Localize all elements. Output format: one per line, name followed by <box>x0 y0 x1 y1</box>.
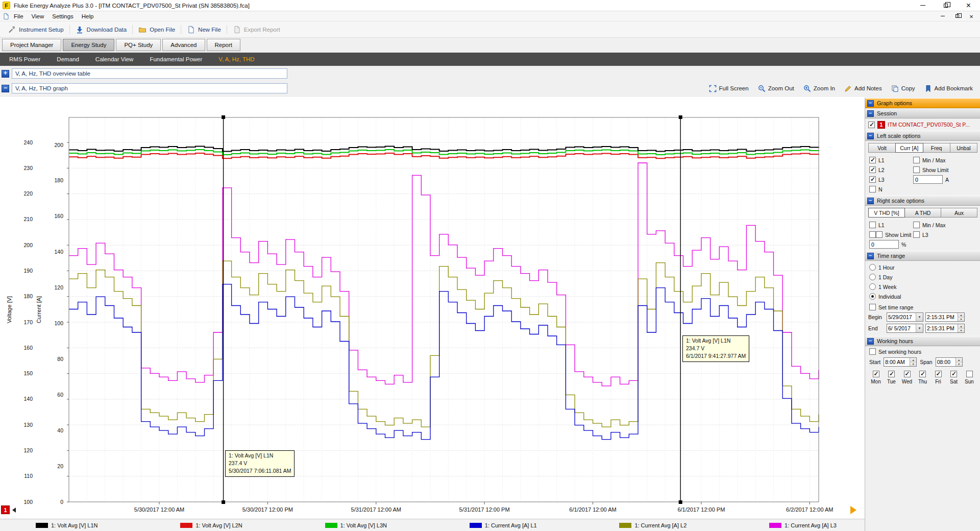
left-l3-checkbox[interactable] <box>869 176 876 183</box>
wed-checkbox[interactable] <box>904 371 911 377</box>
instrument-setup-button[interactable]: Instrument Setup <box>2 23 69 36</box>
set-time-range-checkbox[interactable] <box>869 304 876 310</box>
spinner[interactable] <box>958 313 964 321</box>
right-l1-checkbox[interactable] <box>869 222 876 228</box>
end-time-spinbox[interactable] <box>925 324 965 333</box>
left-scale-header[interactable]: Left scale options <box>865 131 980 141</box>
sat-checkbox[interactable] <box>950 371 957 377</box>
menu-file[interactable]: File <box>10 11 28 21</box>
zoom-in-button[interactable]: Zoom In <box>803 85 835 92</box>
subtab-demand[interactable]: Demand <box>48 53 87 66</box>
collapse-icon[interactable] <box>867 110 874 117</box>
export-report-button[interactable]: Export Report <box>227 23 286 36</box>
fri-checkbox[interactable] <box>935 371 942 377</box>
mdi-restore-button[interactable] <box>950 12 964 21</box>
one-week-radio[interactable] <box>869 283 876 290</box>
tab-project-manager[interactable]: Project Manager <box>2 39 61 51</box>
subtab-fundamental-power[interactable]: Fundamental Power <box>141 53 210 66</box>
one-day-radio[interactable] <box>869 274 876 280</box>
collapse-icon[interactable] <box>867 338 874 345</box>
tab-report[interactable]: Report <box>207 39 241 51</box>
add-notes-button[interactable]: Add Notes <box>844 85 882 92</box>
mon-checkbox[interactable] <box>873 371 879 377</box>
spin-up-icon[interactable] <box>956 358 962 363</box>
menu-view[interactable]: View <box>28 11 48 21</box>
tab-energy-study[interactable]: Energy Study <box>63 39 114 51</box>
download-data-button[interactable]: Download Data <box>70 23 133 36</box>
restore-button[interactable] <box>934 0 957 11</box>
span-input[interactable] <box>936 358 955 366</box>
left-scale-volt-button[interactable]: Volt <box>868 143 896 153</box>
session-checkbox[interactable] <box>868 122 875 128</box>
begin-time-input[interactable] <box>926 313 958 321</box>
new-file-button[interactable]: New File <box>181 23 227 36</box>
spin-up-icon[interactable] <box>958 324 964 329</box>
chart-canvas[interactable]: 1001101201301401501601701801902002102202… <box>0 97 865 519</box>
span-spinbox[interactable] <box>936 357 963 367</box>
left-l1-checkbox[interactable] <box>869 157 876 163</box>
spinner[interactable] <box>910 358 916 366</box>
subtab-calendar-view[interactable]: Calendar View <box>87 53 142 66</box>
begin-date-input[interactable] <box>887 313 916 321</box>
subtab-v-a-hz-thd[interactable]: V, A, Hz, THD <box>210 53 262 66</box>
spinner[interactable] <box>955 358 962 366</box>
right-minmax-checkbox[interactable] <box>913 222 920 228</box>
collapse-icon[interactable] <box>867 253 874 259</box>
spin-down-icon[interactable] <box>910 363 916 367</box>
spin-down-icon[interactable] <box>956 363 962 367</box>
tab-advanced[interactable]: Advanced <box>162 39 205 51</box>
add-bookmark-button[interactable]: Add Bookmark <box>924 85 973 92</box>
tab-pq-study[interactable]: PQ+ Study <box>116 39 161 51</box>
sun-checkbox[interactable] <box>966 371 973 377</box>
next-page-arrow-icon[interactable] <box>850 506 856 514</box>
document-icon[interactable] <box>3 13 10 20</box>
expand-icon[interactable] <box>2 70 9 78</box>
collapse-icon[interactable] <box>867 133 874 139</box>
left-limit-input[interactable] <box>913 175 943 184</box>
session-header[interactable]: Session <box>865 108 980 118</box>
right-scale-header[interactable]: Right scale options <box>865 196 980 206</box>
right-scale-athd-button[interactable]: A THD <box>904 208 941 218</box>
one-hour-radio[interactable] <box>869 264 876 271</box>
set-working-hours-checkbox[interactable] <box>869 348 876 355</box>
end-time-input[interactable] <box>926 324 958 332</box>
spin-down-icon[interactable] <box>958 318 964 322</box>
mdi-minimize-button[interactable] <box>936 12 950 21</box>
previous-page-arrow-icon[interactable] <box>12 508 16 513</box>
full-screen-button[interactable]: Full Screen <box>709 85 749 92</box>
zoom-out-button[interactable]: Zoom Out <box>758 85 794 92</box>
mdi-close-button[interactable] <box>964 12 978 21</box>
left-showlimit-checkbox[interactable] <box>913 166 920 173</box>
right-scale-aux-button[interactable]: Aux <box>941 208 977 218</box>
thu-checkbox[interactable] <box>919 371 926 377</box>
close-button[interactable] <box>957 0 980 11</box>
menu-help[interactable]: Help <box>78 11 98 21</box>
left-minmax-checkbox[interactable] <box>913 157 920 163</box>
collapse-icon[interactable] <box>867 198 874 204</box>
menu-settings[interactable]: Settings <box>48 11 78 21</box>
begin-time-spinbox[interactable] <box>925 312 965 322</box>
right-showlimit-checkbox[interactable] <box>876 231 883 238</box>
dropdown-arrow-icon[interactable] <box>916 324 923 332</box>
page-badge[interactable]: 1 <box>1 505 10 514</box>
start-time-input[interactable] <box>884 358 910 366</box>
tue-checkbox[interactable] <box>888 371 895 377</box>
left-scale-current-button[interactable]: Curr [A] <box>895 143 923 153</box>
end-date-combo[interactable] <box>887 324 923 333</box>
copy-button[interactable]: Copy <box>891 85 915 92</box>
right-scale-vthd-button[interactable]: V THD [%] <box>868 208 905 218</box>
subtab-rms-power[interactable]: RMS Power <box>1 53 48 66</box>
right-limit-input[interactable] <box>869 240 899 249</box>
dropdown-arrow-icon[interactable] <box>916 313 923 321</box>
left-scale-freq-button[interactable]: Freq <box>923 143 950 153</box>
start-time-spinbox[interactable] <box>884 357 917 367</box>
collapse-icon[interactable] <box>867 100 874 107</box>
individual-radio[interactable] <box>869 293 876 300</box>
right-l2-checkbox[interactable] <box>869 231 876 238</box>
left-l2-checkbox[interactable] <box>869 166 876 173</box>
spinner[interactable] <box>958 324 964 332</box>
open-file-button[interactable]: Open File <box>133 23 181 36</box>
working-hours-header[interactable]: Working hours <box>865 336 980 346</box>
left-scale-unbal-button[interactable]: Unbal <box>950 143 977 153</box>
begin-date-combo[interactable] <box>887 312 923 322</box>
